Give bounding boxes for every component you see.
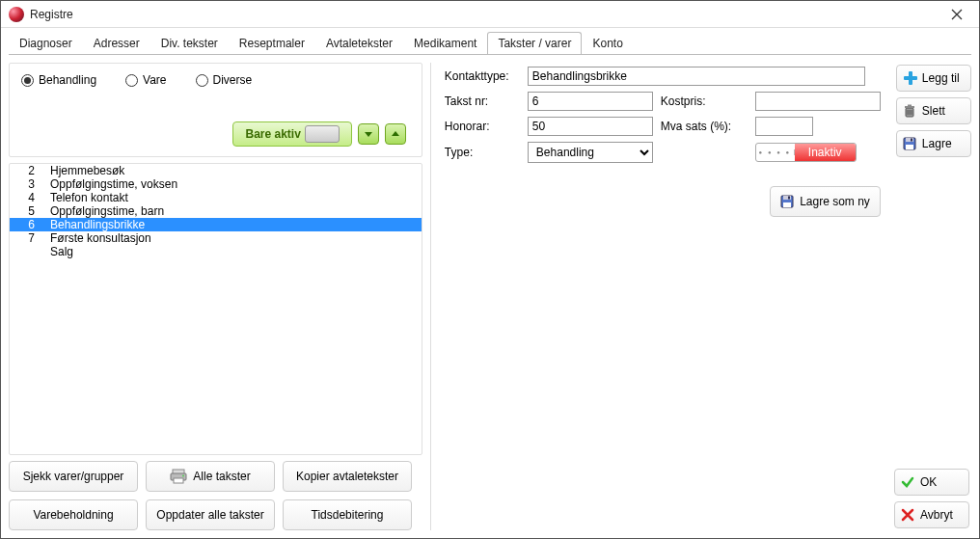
close-icon [951,9,963,20]
btn-label: Sjekk varer/grupper [23,470,124,483]
inaktiv-toggle[interactable]: ● ● ● ● Inaktiv [755,143,857,162]
btn-label: Legg til [922,71,960,85]
radio-icon [21,74,34,87]
right-pane: Legg til Slett Lagre [896,63,971,530]
tab-konto[interactable]: Konto [582,32,633,54]
radio-behandling[interactable]: Behandling [21,73,96,87]
list-item[interactable]: 3Oppfølgingstime, voksen [10,177,422,191]
list-item[interactable]: 6Behandlingsbrikke [10,218,422,231]
field-takstnr: Takst nr: Kostpris: [445,92,881,111]
btn-label: Varebeholdning [33,508,113,522]
type-select[interactable]: Behandling [528,142,653,163]
honorar-input[interactable] [528,117,653,136]
mva-label: Mva sats (%): [661,120,748,133]
list-item[interactable]: 4Telefon kontakt [10,191,422,204]
tab-takster-varer[interactable]: Takster / varer [487,32,582,54]
chevron-down-icon [363,128,374,140]
list-item-label: Behandlingsbrikke [50,218,145,231]
legg-til-button[interactable]: Legg til [896,65,971,92]
toolbar-row: Bare aktiv [21,121,410,147]
takstnr-input[interactable] [528,92,653,111]
tab-adresser[interactable]: Adresser [83,32,150,54]
list-item-num: 3 [19,177,35,191]
avbryt-button[interactable]: Avbryt [894,501,969,528]
slett-button[interactable]: Slett [896,97,971,124]
btn-label: Tidsdebitering [312,508,384,522]
sjekk-varer-button[interactable]: Sjekk varer/grupper [9,461,138,492]
lagre-som-ny-button[interactable]: Lagre som ny [770,186,881,217]
btn-label: Alle takster [193,470,250,483]
ok-button[interactable]: OK [894,469,969,496]
list-item[interactable]: 5Oppfølgingstime, barn [10,204,422,218]
window-title: Registre [30,8,939,21]
radio-icon [125,74,138,87]
tab-div-tekster[interactable]: Div. tekster [150,32,229,54]
list-item[interactable]: 2Hjemmebesøk [10,164,422,177]
bottom-buttons: Sjekk varer/grupper Alle takster Kopier … [9,461,422,530]
inaktiv-label: Inaktiv [795,144,856,161]
list-item-num: 4 [19,191,35,204]
list-item-num: 2 [19,164,35,177]
kostpris-input[interactable] [755,92,881,111]
btn-label: Slett [922,104,945,118]
btn-label: Kopier avtaletekster [296,470,398,483]
close-button[interactable] [939,1,975,28]
floppy-icon [780,195,794,208]
bare-aktiv-label: Bare aktiv [245,127,300,141]
svg-rect-7 [788,197,790,200]
type-label: Type: [445,146,520,159]
radio-vare[interactable]: Vare [125,73,166,87]
btn-label: OK [920,475,937,489]
takstnr-label: Takst nr: [445,94,520,108]
move-up-button[interactable] [385,123,406,145]
chevron-up-icon [390,128,401,140]
kopier-avtaletekster-button[interactable]: Kopier avtaletekster [283,461,412,492]
registre-window: Registre DiagnoserAdresserDiv. teksterRe… [0,0,980,539]
svg-rect-2 [174,478,183,483]
list-item-label: Oppfølgingstime, voksen [50,177,177,191]
field-type: Type: Behandling ● ● ● ● Inaktiv [445,142,881,163]
list-box[interactable]: 2Hjemmebesøk3Oppfølgingstime, voksen4Tel… [9,163,422,455]
tab-medikament[interactable]: Medikament [403,32,487,54]
list-item-label: Første konsultasjon [50,231,151,245]
x-icon [901,508,914,522]
toggle-icon [305,125,340,143]
trash-icon [903,104,916,118]
kostpris-label: Kostpris: [661,94,748,108]
left-pane: Behandling Vare Diverse Bare aktiv [9,63,422,530]
btn-label: Lagre som ny [800,195,870,208]
mva-input[interactable] [755,117,813,136]
list-item-num: 6 [19,218,35,231]
check-icon [901,475,914,489]
svg-point-3 [182,475,184,477]
svg-rect-18 [906,145,913,149]
list-item-num [19,245,35,258]
btn-label: Avbryt [920,508,953,522]
list-item[interactable]: 7Første konsultasjon [10,231,422,245]
tab-reseptmaler[interactable]: Reseptmaler [229,32,315,54]
oppdater-alle-takster-button[interactable]: Oppdater alle takster [146,499,275,530]
radio-diverse[interactable]: Diverse [196,73,253,87]
list-item-label: Hjemmebesøk [50,164,124,177]
field-honorar: Honorar: Mva sats (%): [445,117,881,136]
lagre-button[interactable]: Lagre [896,130,971,157]
kontakttype-label: Kontakttype: [445,69,520,83]
alle-takster-button[interactable]: Alle takster [146,461,275,492]
svg-rect-9 [904,76,917,80]
list-item[interactable]: Salg [10,245,422,258]
tidsdebitering-button[interactable]: Tidsdebitering [283,499,412,530]
field-kontakttype: Kontakttype: [445,67,881,86]
tab-avtaletekster[interactable]: Avtaletekster [315,32,403,54]
svg-rect-12 [908,105,912,107]
bare-aktiv-button[interactable]: Bare aktiv [232,121,351,147]
list-item-label: Oppfølgingstime, barn [50,204,164,218]
printer-icon [170,469,187,484]
tab-diagnoser[interactable]: Diagnoser [9,32,83,54]
body-area: Behandling Vare Diverse Bare aktiv [1,55,979,538]
kontakttype-input[interactable] [528,67,865,86]
move-down-button[interactable] [358,123,379,145]
dots-icon: ● ● ● ● [756,149,795,155]
radio-label: Vare [143,73,166,87]
varebeholdning-button[interactable]: Varebeholdning [9,499,138,530]
radio-icon [196,74,208,87]
